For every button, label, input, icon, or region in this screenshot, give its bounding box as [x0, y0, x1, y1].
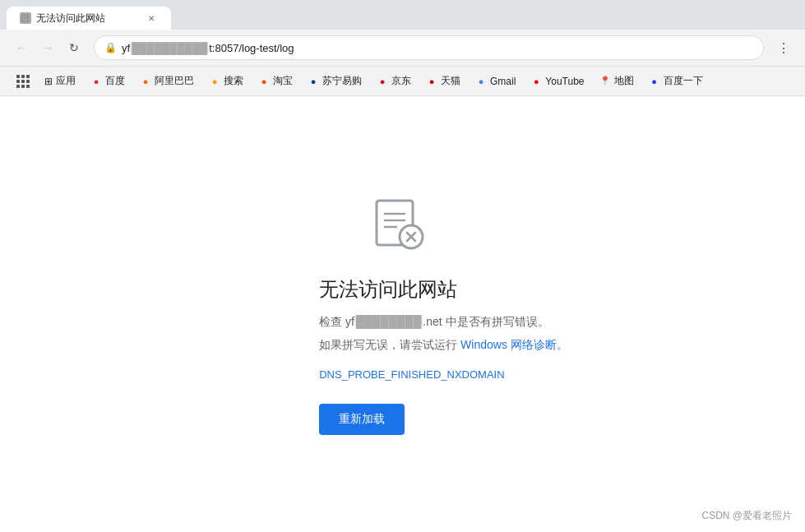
svg-rect-0 [22, 15, 28, 21]
gmail-icon: ● [475, 76, 487, 87]
tab-close-button[interactable]: ✕ [145, 12, 158, 25]
bookmark-suning[interactable]: ● 苏宁易购 [301, 71, 368, 91]
error-desc2-prefix: 如果拼写无误，请尝试运行 [319, 338, 460, 351]
tab-favicon [20, 12, 31, 24]
bookmark-search[interactable]: ● 搜索 [202, 71, 250, 91]
alibaba-icon: ● [140, 76, 151, 87]
bookmark-apps-grid[interactable] [10, 72, 36, 91]
bookmarks-bar: ⊞ 应用 ● 百度 ● 阿里巴巴 ● 搜索 ● 淘宝 ● 苏宁易购 ● 京东 ●… [0, 67, 805, 96]
tmall-icon: ● [426, 76, 437, 87]
error-desc1-blurred: ████████ [354, 315, 423, 328]
error-title: 无法访问此网站 [319, 276, 457, 303]
bookmark-baidu-label: 百度 [105, 74, 125, 88]
bookmark-baidu2[interactable]: ● 百度一下 [642, 71, 710, 91]
bookmark-youtube-label: YouTube [545, 76, 584, 87]
bookmark-gmail-label: Gmail [490, 76, 516, 87]
nav-buttons: ← → ↻ [10, 36, 86, 59]
error-desc-2: 如果拼写无误，请尝试运行 Windows 网络诊断。 [319, 335, 568, 354]
bookmark-apps-label[interactable]: ⊞ 应用 [38, 71, 82, 91]
browser-chrome: 无法访问此网站 ✕ ← → ↻ 🔒 yf██████████t:8057/log… [0, 0, 805, 67]
bookmark-map-label: 地图 [614, 74, 634, 88]
bookmark-youtube[interactable]: ● YouTube [524, 72, 590, 90]
address-text: yf██████████t:8057/log-test/log [122, 42, 753, 54]
active-tab[interactable]: 无法访问此网站 ✕ [7, 7, 171, 30]
bookmark-tmall-label: 天猫 [441, 74, 460, 88]
bookmark-jd-label: 京东 [391, 74, 411, 88]
search-icon: ● [209, 76, 220, 87]
settings-button[interactable]: ⋮ [772, 36, 795, 59]
error-desc2-suffix: 。 [557, 338, 568, 351]
error-desc1-prefix: 检查 yf [319, 315, 354, 328]
error-page-icon [368, 194, 428, 253]
forward-button[interactable]: → [36, 36, 59, 59]
bookmark-suning-label: 苏宁易购 [322, 74, 362, 88]
address-blurred: ██████████ [130, 42, 209, 54]
bookmark-taobao[interactable]: ● 淘宝 [252, 71, 299, 91]
bookmark-apps-icon: ⊞ [44, 76, 53, 87]
error-container: 无法访问此网站 检查 yf████████.net 中是否有拼写错误。 如果拼写… [319, 194, 568, 436]
tab-title: 无法访问此网站 [36, 12, 105, 25]
baidu2-icon: ● [649, 76, 660, 87]
jd-icon: ● [377, 76, 388, 87]
taobao-icon: ● [258, 76, 270, 87]
reload-page-button[interactable]: 重新加载 [319, 404, 405, 435]
bookmark-map[interactable]: 📍 地图 [593, 71, 641, 91]
back-button[interactable]: ← [10, 36, 33, 59]
bookmark-apps-text: 应用 [56, 74, 76, 88]
youtube-icon: ● [530, 76, 542, 87]
tab-bar: 无法访问此网站 ✕ [0, 0, 805, 30]
lock-icon: 🔒 [104, 42, 117, 53]
map-icon: 📍 [599, 76, 611, 87]
bookmark-gmail[interactable]: ● Gmail [469, 72, 522, 90]
baidu-icon: ● [90, 76, 102, 87]
error-desc1-suffix: .net 中是否有拼写错误。 [423, 315, 548, 328]
bookmark-taobao-label: 淘宝 [273, 74, 293, 88]
bookmark-baidu[interactable]: ● 百度 [84, 71, 132, 91]
bookmark-alibaba-label: 阿里巴巴 [155, 74, 194, 88]
address-bar[interactable]: 🔒 yf██████████t:8057/log-test/log [94, 35, 764, 60]
grid-icon [16, 75, 30, 88]
bookmark-tmall[interactable]: ● 天猫 [419, 71, 467, 91]
bookmark-jd[interactable]: ● 京东 [370, 71, 418, 91]
bookmark-baidu2-label: 百度一下 [664, 74, 703, 88]
error-code: DNS_PROBE_FINISHED_NXDOMAIN [319, 368, 504, 381]
page-content: 无法访问此网站 检查 yf████████.net 中是否有拼写错误。 如果拼写… [0, 96, 805, 532]
error-desc-1: 检查 yf████████.net 中是否有拼写错误。 [319, 312, 548, 331]
windows-network-diag-link[interactable]: Windows 网络诊断 [460, 338, 557, 351]
bookmark-search-label: 搜索 [224, 74, 243, 88]
watermark: CSDN @爱看老照片 [701, 509, 792, 523]
bookmark-alibaba[interactable]: ● 阿里巴巴 [133, 71, 201, 91]
address-bar-row: ← → ↻ 🔒 yf██████████t:8057/log-test/log … [0, 30, 805, 66]
reload-button-nav[interactable]: ↻ [62, 36, 86, 59]
suning-icon: ● [308, 76, 319, 87]
error-icon-wrapper [368, 194, 428, 257]
